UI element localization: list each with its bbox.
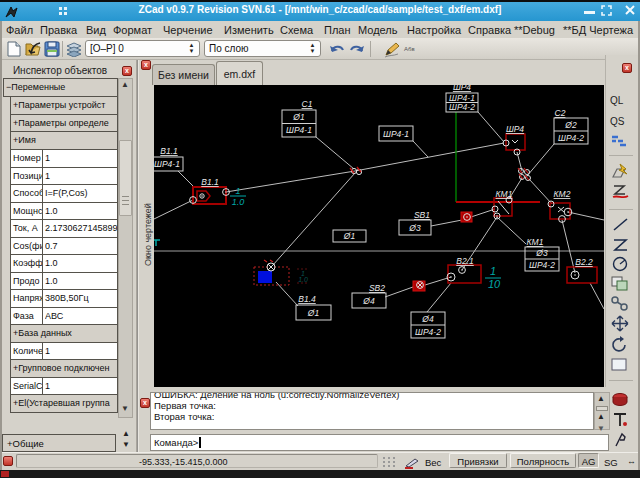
svg-text:В1.1: В1.1: [201, 177, 219, 187]
svg-text:ШР4-1: ШР4-1: [383, 129, 409, 139]
svg-text:ШР4-2: ШР4-2: [415, 327, 441, 337]
svg-text:В2.2: В2.2: [575, 257, 593, 267]
svg-text:КМ1: КМ1: [527, 237, 544, 247]
svg-text:КМ1: КМ1: [496, 189, 513, 199]
svg-text:ШР4-2: ШР4-2: [558, 133, 584, 143]
svg-text:КМ2: КМ2: [554, 189, 571, 199]
svg-text:Ø2: Ø2: [564, 120, 577, 130]
svg-text:SВ1: SВ1: [414, 210, 430, 220]
svg-text:ШР4-2: ШР4-2: [529, 260, 555, 270]
svg-text:1: 1: [235, 186, 240, 196]
svg-text:ШР4: ШР4: [453, 85, 471, 92]
svg-text:Ø1: Ø1: [343, 231, 356, 241]
svg-text:С2: С2: [555, 108, 566, 118]
svg-text:1.0: 1.0: [298, 276, 308, 283]
svg-text:Ø1: Ø1: [292, 112, 305, 122]
svg-text:Ø1: Ø1: [307, 308, 320, 318]
svg-text:SВ2: SВ2: [369, 283, 385, 293]
svg-text:В1.1: В1.1: [160, 146, 178, 156]
svg-text:1: 1: [490, 265, 496, 277]
svg-text:Ø4: Ø4: [362, 296, 375, 306]
svg-text:C1: C1: [302, 99, 313, 109]
svg-text:В2.1: В2.1: [456, 256, 474, 266]
svg-text:ШР4-1: ШР4-1: [154, 159, 180, 169]
svg-text:В1.4: В1.4: [298, 294, 316, 304]
svg-text:ШР4-1: ШР4-1: [286, 125, 312, 135]
svg-text:Ø4: Ø4: [421, 314, 434, 324]
svg-text:Ø3: Ø3: [408, 223, 421, 233]
svg-text:1.0: 1.0: [232, 197, 245, 207]
svg-text:ШР4: ШР4: [506, 124, 524, 134]
svg-text:Ø3: Ø3: [535, 248, 548, 258]
svg-text:ШР4-2: ШР4-2: [449, 102, 475, 112]
svg-text:10: 10: [488, 278, 501, 290]
